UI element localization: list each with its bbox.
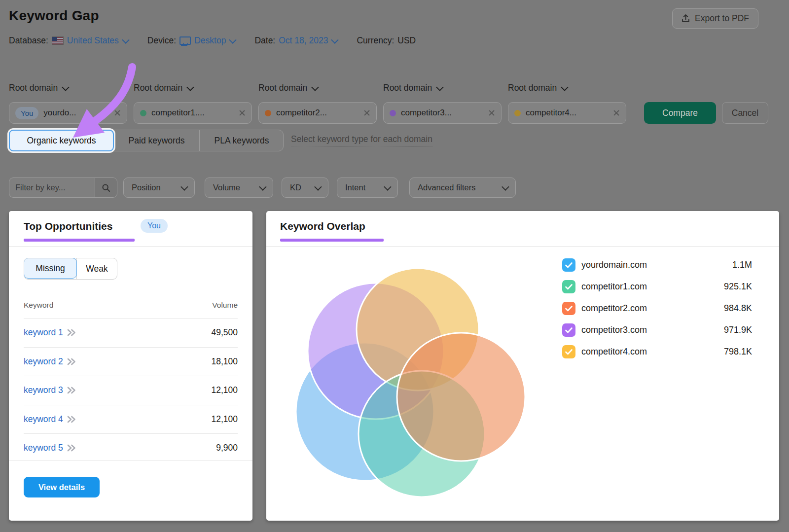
checkbox-competitor3[interactable]	[562, 323, 575, 337]
tab-missing[interactable]: Missing	[24, 258, 77, 279]
remove-domain-icon[interactable]	[239, 109, 246, 116]
competitor2-color-dot	[265, 110, 271, 116]
us-flag-icon	[52, 36, 64, 45]
view-details-button[interactable]: View details	[24, 477, 100, 497]
chevron-down-icon	[186, 83, 194, 91]
currency-label: Currency:	[357, 35, 394, 46]
keyword-table: keyword 1 49,500 keyword 2 18,100 keywor…	[24, 318, 238, 462]
chevron-down-icon	[436, 83, 444, 91]
table-row: keyword 1 49,500	[24, 318, 238, 347]
kd-filter[interactable]: KD	[282, 177, 328, 198]
keyword-volume: 12,100	[211, 414, 238, 425]
keyword-overlap-card: Keyword Overlap yourdomain.com 1.1M	[266, 211, 779, 521]
device-value[interactable]: Desktop	[194, 35, 235, 46]
chevron-down-icon	[122, 36, 130, 44]
checkbox-competitor4[interactable]	[562, 345, 575, 358]
checkbox-yourdomain[interactable]	[562, 258, 575, 272]
advanced-filters[interactable]: Advanced filters	[409, 177, 516, 198]
tab-pla-keywords[interactable]: PLA keywords	[200, 130, 284, 151]
domain-chip-yourdomain[interactable]: You yourdo...	[9, 102, 127, 124]
tab-organic-keywords[interactable]: Organic keywords	[9, 130, 114, 151]
domain-chip-competitor3[interactable]: competitor3...	[383, 102, 502, 124]
double-chevron-right-icon	[67, 416, 76, 423]
keyword-gap-page: Keyword Gap Export to PDF Database: Unit…	[0, 0, 789, 532]
table-row: keyword 2 18,100	[24, 347, 238, 376]
keyword-link[interactable]: keyword 4	[24, 414, 76, 425]
select-keyword-type-link[interactable]: Select keyword type for each domain	[291, 134, 432, 146]
legend-row-competitor2: competitor2.com 984.8K	[562, 301, 752, 316]
missing-weak-toggle: Missing Weak	[24, 258, 117, 280]
remove-domain-icon[interactable]	[363, 109, 370, 116]
checkbox-competitor1[interactable]	[562, 280, 575, 293]
legend-domain: yourdomain.com	[581, 260, 647, 270]
keyword-link[interactable]: keyword 5	[24, 443, 76, 453]
keyword-volume: 49,500	[211, 327, 238, 338]
search-button[interactable]	[95, 178, 117, 197]
keyword-volume: 9,900	[216, 443, 238, 453]
tab-weak[interactable]: Weak	[76, 258, 117, 279]
compare-button[interactable]: Compare	[644, 102, 716, 124]
database-label: Database:	[9, 35, 48, 46]
keyword-link[interactable]: keyword 2	[24, 356, 76, 367]
page-title: Keyword Gap	[9, 8, 99, 24]
checkmark-icon	[565, 284, 573, 290]
remove-domain-icon[interactable]	[114, 109, 121, 116]
tab-paid-keywords[interactable]: Paid keywords	[114, 130, 200, 151]
domain-chip-competitor2[interactable]: competitor2...	[258, 102, 377, 124]
checkmark-icon	[565, 349, 573, 355]
remove-domain-icon[interactable]	[488, 109, 495, 116]
date-value[interactable]: Oct 18, 2023	[279, 35, 337, 46]
position-filter[interactable]: Position	[123, 177, 195, 198]
domain-chip-text: competitor2...	[276, 108, 327, 118]
domain-chip-text: yourdo...	[43, 108, 76, 118]
legend-row-competitor3: competitor3.com 971.9K	[562, 323, 752, 337]
export-to-pdf-button[interactable]: Export to PDF	[672, 8, 758, 29]
competitor4-color-dot	[514, 110, 521, 116]
keyword-volume: 12,100	[211, 385, 238, 395]
chevron-down-icon	[502, 183, 509, 191]
device-selector[interactable]: Device: Desktop	[147, 35, 235, 46]
database-value[interactable]: United States	[67, 35, 128, 46]
currency-value: USD	[397, 35, 416, 46]
keyword-link[interactable]: keyword 3	[24, 385, 76, 395]
table-row: keyword 5 9,900	[24, 433, 238, 462]
date-selector[interactable]: Date: Oct 18, 2023	[254, 35, 337, 46]
legend-value: 925.1K	[724, 282, 752, 292]
remove-domain-icon[interactable]	[613, 109, 620, 116]
table-row: keyword 4 12,100	[24, 405, 238, 434]
root-domain-dropdown-4[interactable]: Root domain	[383, 83, 442, 93]
keyword-overlap-venn-diagram	[276, 244, 547, 515]
cancel-button[interactable]: Cancel	[722, 102, 768, 124]
volume-filter[interactable]: Volume	[205, 177, 273, 198]
domain-chip-text: competitor1....	[151, 108, 205, 118]
keyword-volume: 18,100	[211, 356, 238, 367]
legend-row-yourdomain: yourdomain.com 1.1M	[562, 258, 752, 272]
legend-row-competitor4: competitor4.com 798.1K	[562, 345, 752, 359]
you-badge: You	[141, 219, 168, 233]
chevron-down-icon	[62, 83, 70, 91]
chevron-down-icon	[561, 83, 569, 91]
database-selector[interactable]: Database: United States	[9, 35, 128, 46]
search-input[interactable]	[9, 178, 95, 197]
device-label: Device:	[147, 35, 176, 46]
you-badge: You	[15, 107, 38, 119]
checkmark-icon	[565, 262, 573, 268]
root-domain-dropdown-2[interactable]: Root domain	[134, 83, 192, 93]
legend-value: 971.9K	[724, 325, 752, 335]
chevron-down-icon	[384, 183, 392, 191]
checkbox-competitor2[interactable]	[562, 302, 575, 315]
root-domain-dropdown-3[interactable]: Root domain	[258, 83, 317, 93]
domain-chip-competitor4[interactable]: competitor4...	[508, 102, 626, 124]
keyword-link[interactable]: keyword 1	[24, 327, 76, 338]
chevron-down-icon	[314, 183, 322, 191]
keyword-overlap-title: Keyword Overlap	[280, 220, 365, 232]
root-domain-dropdown-1[interactable]: Root domain	[9, 83, 68, 93]
root-domain-dropdown-5[interactable]: Root domain	[508, 83, 567, 93]
keyword-type-tabs: Organic keywords Paid keywords PLA keywo…	[9, 130, 284, 151]
legend-domain: competitor1.com	[581, 282, 647, 292]
annotation-underline	[24, 239, 135, 242]
intent-filter[interactable]: Intent	[337, 177, 398, 198]
legend-row-competitor1: competitor1.com 925.1K	[562, 280, 752, 294]
domain-chip-competitor1[interactable]: competitor1....	[134, 102, 252, 124]
venn-legend: yourdomain.com 1.1M competitor1.com 925.…	[562, 258, 752, 359]
